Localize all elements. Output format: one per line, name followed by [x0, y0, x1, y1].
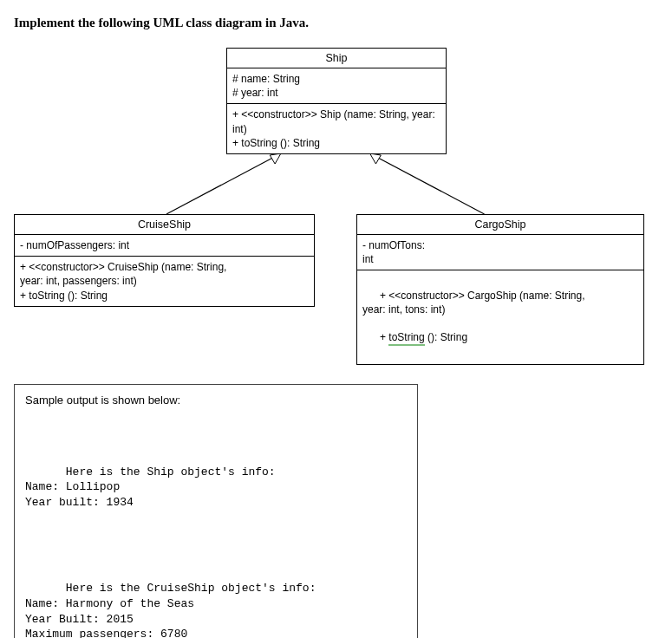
uml-class-ship-ops: + <<constructor>> Ship (name: String, ye… — [227, 104, 446, 153]
uml-class-ship-title: Ship — [227, 49, 446, 68]
uml-class-cargoship-title: CargoShip — [357, 215, 643, 235]
out-cruise-l4: Maximum passengers: 6780 — [25, 628, 187, 638]
uml-class-ship: Ship # name: String # year: int + <<cons… — [226, 48, 447, 154]
svg-line-2 — [370, 153, 485, 214]
sample-output-box: Sample output is shown below: Here is th… — [14, 384, 418, 638]
uml-class-cruiseship-attrs: - numOfPassengers: int — [15, 235, 314, 257]
cargoship-tostring-prefix: + — [380, 331, 388, 343]
out-ship-l1: Here is the Ship object's info: — [66, 465, 276, 478]
uml-class-cargoship: CargoShip - numOfTons: int + <<construct… — [356, 214, 644, 365]
uml-class-ship-attrs: # name: String # year: int — [227, 68, 446, 104]
uml-class-cargoship-attrs: - numOfTons: int — [357, 235, 643, 270]
cargoship-tostring-suffix: (): String — [425, 331, 467, 343]
out-cruise-l1: Here is the CruiseShip object's info: — [66, 582, 316, 595]
cargoship-constructor-line: + <<constructor>> CargoShip (name: Strin… — [362, 290, 584, 316]
cargoship-tostring-mid: toString — [388, 330, 424, 346]
svg-marker-1 — [270, 153, 281, 164]
uml-class-cruiseship-ops: + <<constructor>> CruiseShip (name: Stri… — [15, 257, 314, 306]
out-ship-l3: Year built: 1934 — [25, 496, 134, 509]
out-cruise-l3: Year Built: 2015 — [25, 613, 134, 626]
out-ship-l2: Name: Lollipop — [25, 480, 120, 493]
sample-output-caption: Sample output is shown below: — [25, 394, 407, 407]
svg-marker-3 — [370, 153, 382, 164]
page-heading: Implement the following UML class diagra… — [14, 16, 658, 30]
svg-line-0 — [166, 153, 281, 214]
uml-diagram: Ship # name: String # year: int + <<cons… — [14, 48, 658, 360]
out-cruise-l2: Name: Harmony of the Seas — [25, 597, 194, 610]
sample-output-text: Here is the Ship object's info: Name: Lo… — [25, 419, 407, 638]
uml-class-cruiseship: CruiseShip - numOfPassengers: int + <<co… — [14, 214, 315, 307]
uml-class-cruiseship-title: CruiseShip — [15, 215, 314, 235]
uml-class-cargoship-ops: + <<constructor>> CargoShip (name: Strin… — [357, 270, 643, 363]
